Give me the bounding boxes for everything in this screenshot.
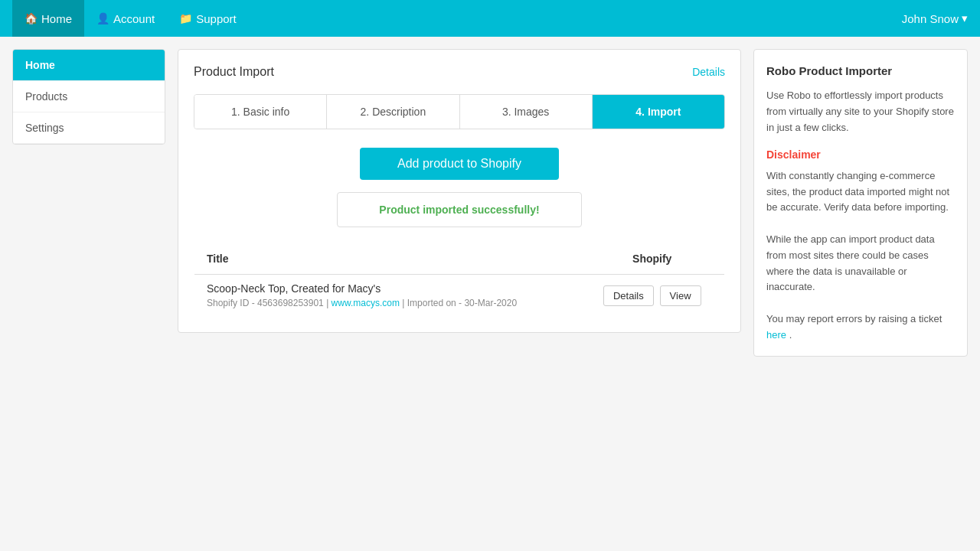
product-title: Scoop-Neck Top, Created for Macy's [207, 282, 568, 295]
step-tab-images[interactable]: 3. Images [460, 95, 593, 129]
disclaimer-text-2: While the app can import product data fr… [766, 233, 935, 292]
disclaimer-here-link[interactable]: here [766, 329, 786, 341]
user-menu[interactable]: John Snow ▾ [902, 11, 968, 25]
product-meta: Shopify ID - 4563698253901 | www.macys.c… [207, 298, 568, 308]
table-row: Scoop-Neck Top, Created for Macy's Shopi… [194, 275, 725, 317]
account-icon: 👤 [96, 12, 109, 24]
home-icon: 🏠 [24, 12, 38, 24]
product-actions-cell: Details View [580, 275, 725, 317]
product-source-link[interactable]: www.macys.com [332, 298, 400, 308]
nav-support[interactable]: 📁 Support [167, 0, 249, 37]
user-caret-icon: ▾ [962, 11, 968, 25]
right-panel: Robo Product Importer Use Robo to effort… [753, 49, 968, 357]
product-shopify-id: Shopify ID - 4563698253901 [207, 298, 324, 308]
sidebar-item-home[interactable]: Home [13, 50, 165, 81]
success-message: Product imported successfully! [337, 192, 582, 227]
card-title: Product Import [194, 65, 274, 79]
disclaimer-period: . [789, 329, 792, 341]
user-name: John Snow [902, 12, 959, 25]
card-details-link[interactable]: Details [692, 66, 725, 78]
add-product-button[interactable]: Add product to Shopify [360, 148, 559, 180]
sidebar-item-settings[interactable]: Settings [13, 112, 165, 144]
product-import-date: Imported on - 30-Mar-2020 [407, 298, 517, 308]
col-shopify-header: Shopify [580, 243, 725, 275]
nav-account[interactable]: 👤 Account [84, 0, 167, 37]
step-tab-import[interactable]: 4. Import [593, 95, 724, 129]
nav-home[interactable]: 🏠 Home [12, 0, 84, 37]
disclaimer-text-1: With constantly changing e-commerce site… [766, 170, 949, 214]
product-view-button[interactable]: View [660, 285, 701, 306]
disclaimer-text: With constantly changing e-commerce site… [766, 168, 955, 344]
step-tab-basic-info[interactable]: 1. Basic info [194, 95, 327, 129]
main-content: Product Import Details 1. Basic info 2. … [178, 49, 741, 333]
disclaimer-text-3: You may report errors by raising a ticke… [766, 313, 942, 324]
product-table: Title Shopify Scoop-Neck Top, Created fo… [194, 243, 725, 317]
right-panel-title: Robo Product Importer [766, 62, 955, 80]
product-title-cell: Scoop-Neck Top, Created for Macy's Shopi… [194, 275, 580, 317]
top-navigation: 🏠 Home 👤 Account 📁 Support John Snow ▾ [0, 0, 980, 37]
steps-tabs: 1. Basic info 2. Description 3. Images 4… [194, 94, 725, 129]
page-layout: Home Products Settings Product Import De… [0, 37, 980, 369]
card-header: Product Import Details [194, 65, 725, 79]
disclaimer-title: Disclaimer [766, 146, 955, 163]
step-tab-description[interactable]: 2. Description [327, 95, 459, 129]
right-panel-description: Use Robo to effortlessly import products… [766, 88, 955, 135]
sidebar-item-products[interactable]: Products [13, 81, 165, 112]
support-icon: 📁 [179, 12, 192, 24]
product-details-button[interactable]: Details [603, 285, 654, 306]
col-title-header: Title [194, 243, 580, 275]
sidebar: Home Products Settings [12, 49, 165, 145]
